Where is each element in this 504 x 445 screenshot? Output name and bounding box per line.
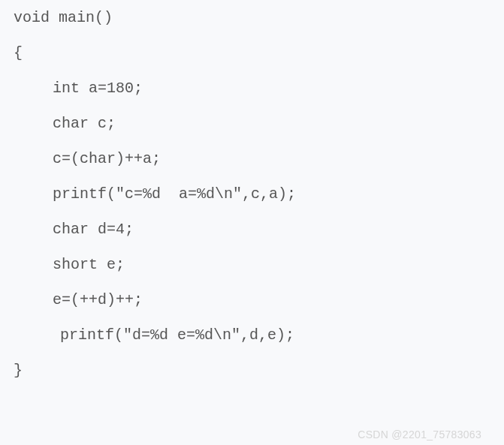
code-line: e=(++d)++; — [14, 282, 490, 317]
code-line: printf("c=%d a=%d\n",c,a); — [14, 176, 490, 212]
watermark: CSDN @2201_75783063 — [358, 428, 481, 440]
code-line: } — [14, 353, 490, 388]
code-line: int a=180; — [14, 71, 490, 106]
code-line: void main() — [14, 0, 490, 35]
code-line: char d=4; — [14, 212, 490, 247]
code-line: printf("d=%d e=%d\n",d,e); — [14, 317, 490, 353]
code-line: c=(char)++a; — [14, 141, 490, 176]
code-block: void main() { int a=180; char c; c=(char… — [0, 0, 504, 388]
code-line: { — [14, 35, 490, 71]
code-line: char c; — [14, 106, 490, 141]
code-line: short e; — [14, 247, 490, 282]
